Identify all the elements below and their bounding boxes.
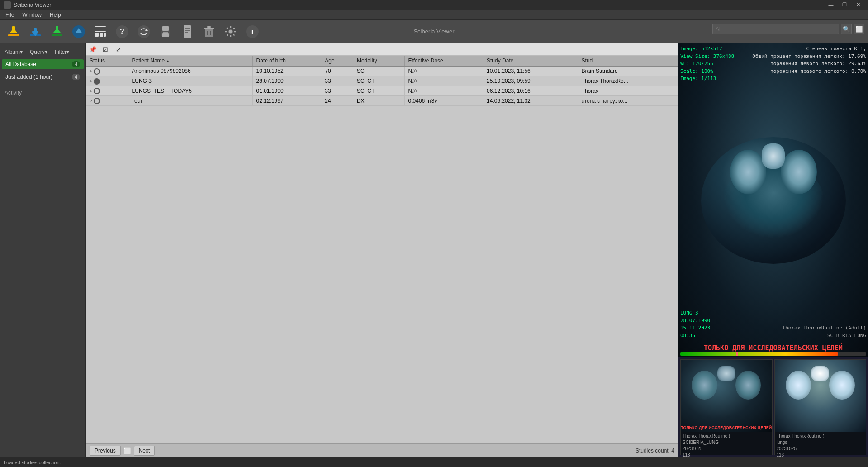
- right-panel: Image: 512x512 View Size: 376x488 WL: 12…: [678, 43, 868, 457]
- mini-ct-1: [681, 360, 772, 432]
- left-sidebar: Album▾ Query▾ Filter▾ All Database 4 Jus…: [0, 43, 86, 457]
- previous-button[interactable]: Previous: [90, 446, 121, 456]
- svg-line-44: [233, 34, 235, 35]
- col-modality[interactable]: Modality: [353, 56, 404, 66]
- svg-rect-7: [52, 34, 62, 36]
- up-arrow-button[interactable]: [69, 22, 89, 42]
- cell-dob: 10.10.1952: [252, 66, 321, 76]
- album-dropdown[interactable]: Album▾: [2, 47, 25, 57]
- toolbar: ?: [0, 20, 868, 43]
- svg-rect-26: [163, 32, 168, 33]
- cell-age: 33: [321, 86, 353, 96]
- close-button[interactable]: ✕: [852, 0, 864, 10]
- viewer-overlay-topleft: Image: 512x512 View Size: 376x488 WL: 12…: [680, 45, 734, 83]
- ct-bones-left: [730, 150, 766, 194]
- cell-study-date: 14.06.2022, 11:32: [483, 96, 578, 106]
- page-indicator: ⬜: [123, 447, 131, 454]
- cell-modality: SC, CT: [353, 76, 404, 86]
- table-row[interactable]: > LUNGS_TEST_TODAY5 01.01.1990 33 SC, CT…: [86, 86, 678, 96]
- list-view-button[interactable]: [90, 22, 110, 42]
- filter-dropdown[interactable]: Filter▾: [52, 47, 72, 57]
- title-left: Sciberia Viewer: [4, 1, 51, 9]
- col-status[interactable]: Status: [86, 56, 128, 66]
- svg-point-20: [138, 25, 150, 38]
- col-patient-name[interactable]: Patient Name: [128, 56, 252, 66]
- info-button[interactable]: i: [242, 22, 262, 42]
- col-dose[interactable]: Effective Dose: [404, 56, 483, 66]
- svg-rect-2: [12, 26, 15, 33]
- download-yellow-button[interactable]: [4, 22, 24, 42]
- cell-patient-name: LUNGS_TEST_TODAY5: [128, 86, 252, 96]
- check-button[interactable]: ☑: [100, 44, 110, 54]
- col-study[interactable]: Stud...: [578, 56, 678, 66]
- thumbnail-1[interactable]: ТОЛЬКО ДЛЯ ИССЛЕДОВАТЕЛЬСКИХ ЦЕЛЕЙ Thora…: [680, 359, 773, 455]
- viewer-progress-marker: [736, 352, 738, 356]
- next-button[interactable]: Next: [134, 446, 155, 456]
- svg-rect-15: [95, 33, 99, 37]
- help-button[interactable]: ?: [112, 22, 132, 42]
- cell-modality: SC: [353, 66, 404, 76]
- svg-rect-0: [8, 34, 19, 36]
- cell-expand: >: [86, 76, 128, 86]
- title-bar: Sciberia Viewer — ❐ ✕: [0, 0, 868, 10]
- menu-help[interactable]: Help: [46, 11, 65, 19]
- minimize-button[interactable]: —: [825, 0, 837, 10]
- col-dob[interactable]: Date of birth: [252, 56, 321, 66]
- sidebar-item-all-database[interactable]: All Database 4: [2, 59, 84, 69]
- sidebar-item-just-added[interactable]: Just added (1 hour) 4: [2, 72, 84, 82]
- settings-button[interactable]: [221, 22, 241, 42]
- svg-rect-29: [185, 30, 190, 31]
- svg-rect-30: [185, 32, 188, 33]
- cell-dob: 28.07.1990: [252, 76, 321, 86]
- cell-study-date: 10.01.2023, 11:56: [483, 66, 578, 76]
- pin-button[interactable]: 📌: [88, 44, 98, 54]
- status-circle: [94, 88, 100, 94]
- thumbnail-img-2: [775, 360, 866, 432]
- activity-section: Activity: [2, 88, 84, 98]
- mini-ct-2: [775, 360, 866, 432]
- viewer-progress-bar: [680, 352, 866, 356]
- studies-table: Status Patient Name Date of birth Age Mo…: [86, 56, 678, 106]
- ct-bones-right: [781, 150, 817, 194]
- main-viewer[interactable]: Image: 512x512 View Size: 376x488 WL: 12…: [678, 43, 868, 357]
- table-row[interactable]: > тест 02.12.1997 24 DX 0.0406 mSv 14.06…: [86, 96, 678, 106]
- menu-window[interactable]: Window: [19, 11, 45, 19]
- svg-line-45: [233, 28, 235, 29]
- table-row[interactable]: > Anonimous 0879892086 10.10.1952 70 SC …: [86, 66, 678, 76]
- status-circle: [94, 68, 100, 75]
- thumbnail-label-2: Thorax ThoraxRoutine ( lungs 20231025 11…: [775, 432, 866, 457]
- search-expand-button[interactable]: ⬜: [854, 24, 864, 34]
- main-content: Album▾ Query▾ Filter▾ All Database 4 Jus…: [0, 43, 868, 457]
- table-footer: Previous ⬜ Next Studies count: 4: [86, 443, 678, 457]
- thumb-warning-1: ТОЛЬКО ДЛЯ ИССЛЕДОВАТЕЛЬСКИХ ЦЕЛЕЙ: [681, 425, 772, 430]
- maximize-button[interactable]: ❐: [838, 0, 851, 10]
- cell-dose: 0.0406 mSv: [404, 96, 483, 106]
- document-button[interactable]: [177, 22, 197, 42]
- thumbnail-2[interactable]: Thorax ThoraxRoutine ( lungs 20231025 11…: [774, 359, 867, 455]
- trash-button[interactable]: [199, 22, 219, 42]
- ct-scan-image: [701, 137, 846, 264]
- print-button[interactable]: [156, 22, 175, 42]
- col-study-date[interactable]: Study Date: [483, 56, 578, 66]
- cell-patient-name: тест: [128, 96, 252, 106]
- query-dropdown[interactable]: Query▾: [27, 47, 50, 57]
- upload-blue-button[interactable]: [25, 22, 45, 42]
- cell-study: Thorax ThoraxRo...: [578, 76, 678, 86]
- cell-expand: >: [86, 86, 128, 96]
- download-green-button[interactable]: [47, 22, 67, 42]
- cell-patient-name: LUNG 3: [128, 76, 252, 86]
- table-container: Status Patient Name Date of birth Age Mo…: [86, 56, 678, 443]
- sync-button[interactable]: [134, 22, 154, 42]
- cell-study-date: 25.10.2023, 09:59: [483, 76, 578, 86]
- table-row[interactable]: > LUNG 3 28.07.1990 33 SC, CT N/A 25.10.…: [86, 76, 678, 86]
- col-age[interactable]: Age: [321, 56, 353, 66]
- search-button[interactable]: 🔍: [841, 24, 852, 34]
- search-input[interactable]: [712, 24, 839, 34]
- svg-line-43: [227, 28, 228, 29]
- cell-age: 24: [321, 96, 353, 106]
- viewer-warning: ТОЛЬКО ДЛЯ ИССЛЕДОВАТЕЛЬСКИХ ЦЕЛЕЙ: [704, 344, 843, 352]
- cell-study-date: 06.12.2023, 10:16: [483, 86, 578, 96]
- viewer-overlay-bottomleft: LUNG 3 28.07.1990 15.11.2023 08:35: [680, 310, 710, 339]
- menu-file[interactable]: File: [2, 11, 18, 19]
- expand-all-button[interactable]: ⤢: [113, 44, 123, 54]
